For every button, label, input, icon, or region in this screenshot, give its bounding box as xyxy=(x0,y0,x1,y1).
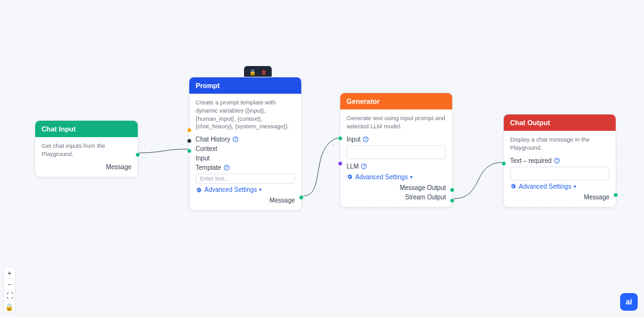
output-row: Message xyxy=(42,162,131,172)
port-message-out[interactable] xyxy=(135,152,140,157)
node-header: Generator xyxy=(340,93,452,109)
advanced-settings-toggle[interactable]: Advanced Settings ▾ xyxy=(510,181,609,192)
field-row-template: Template xyxy=(196,163,295,172)
input-field[interactable] xyxy=(347,145,446,159)
port-message-out[interactable] xyxy=(299,195,304,200)
field-row-text: Text – required xyxy=(510,156,609,165)
port-row-chat-history: Chat History xyxy=(196,135,295,144)
node-desc: Create a prompt template with dynamic va… xyxy=(196,99,295,131)
help-icon[interactable] xyxy=(363,136,369,142)
output-row: Message xyxy=(510,192,609,202)
port-row-input: Input xyxy=(196,153,295,163)
chevron-down-icon: ▾ xyxy=(574,184,576,189)
port-input-in[interactable] xyxy=(338,136,343,141)
field-row-input: Input xyxy=(347,135,446,144)
zoom-lock-button[interactable]: 🔒 xyxy=(4,301,15,313)
output-row: Message Output xyxy=(347,183,446,192)
help-icon[interactable] xyxy=(554,158,560,164)
delete-icon[interactable]: 🗑 xyxy=(258,68,269,77)
port-message-out[interactable] xyxy=(450,187,455,192)
node-header: Chat Output xyxy=(504,114,616,131)
node-desc: Display a chat message in the Playground… xyxy=(510,136,609,152)
node-header: Chat Input xyxy=(35,121,138,137)
chevron-down-icon: ▾ xyxy=(410,174,413,180)
gear-icon xyxy=(347,174,353,180)
node-prompt[interactable]: Prompt Create a prompt template with dyn… xyxy=(189,77,302,211)
zoom-fit-button[interactable]: ⛶ xyxy=(4,290,15,301)
advanced-settings-toggle[interactable]: Advanced Settings ▾ xyxy=(347,171,446,183)
port-row-llm: LLM xyxy=(347,162,446,171)
text-field[interactable] xyxy=(510,167,609,181)
zoom-controls: + − ⛶ 🔒 xyxy=(3,267,16,313)
template-input[interactable]: Enter text... xyxy=(196,174,295,184)
node-desc: Get chat inputs from the Playground. xyxy=(42,142,131,158)
help-icon[interactable] xyxy=(233,136,238,142)
gear-icon xyxy=(196,187,202,193)
help-icon[interactable] xyxy=(224,165,230,170)
node-desc: Generate text using input prompt and sel… xyxy=(347,114,446,131)
port-stream-out[interactable] xyxy=(450,198,455,203)
port-text-in[interactable] xyxy=(501,161,506,166)
zoom-in-button[interactable]: + xyxy=(4,267,15,279)
lock-icon[interactable]: 🔒 xyxy=(247,68,258,77)
node-chat-output[interactable]: Chat Output Display a chat message in th… xyxy=(503,114,616,208)
chevron-down-icon: ▾ xyxy=(259,187,262,192)
gear-icon xyxy=(510,183,516,189)
node-chat-input[interactable]: Chat Input Get chat inputs from the Play… xyxy=(35,120,138,177)
port-context-in[interactable] xyxy=(187,138,192,143)
node-generator[interactable]: Generator Generate text using input prom… xyxy=(340,92,453,208)
node-header: Prompt xyxy=(189,77,301,94)
port-row-context: Context xyxy=(196,144,295,153)
zoom-out-button[interactable]: − xyxy=(4,279,15,290)
port-input-in[interactable] xyxy=(187,148,192,153)
assistant-fab[interactable]: ai xyxy=(620,293,638,311)
output-row: Stream Output xyxy=(347,192,446,202)
advanced-settings-toggle[interactable]: Advanced Settings ▾ xyxy=(196,184,295,196)
output-row: Message xyxy=(196,196,295,205)
port-chat-history-in[interactable] xyxy=(187,128,192,133)
port-llm-in[interactable] xyxy=(338,161,343,166)
port-message-out[interactable] xyxy=(613,192,618,197)
help-icon[interactable] xyxy=(361,164,367,169)
